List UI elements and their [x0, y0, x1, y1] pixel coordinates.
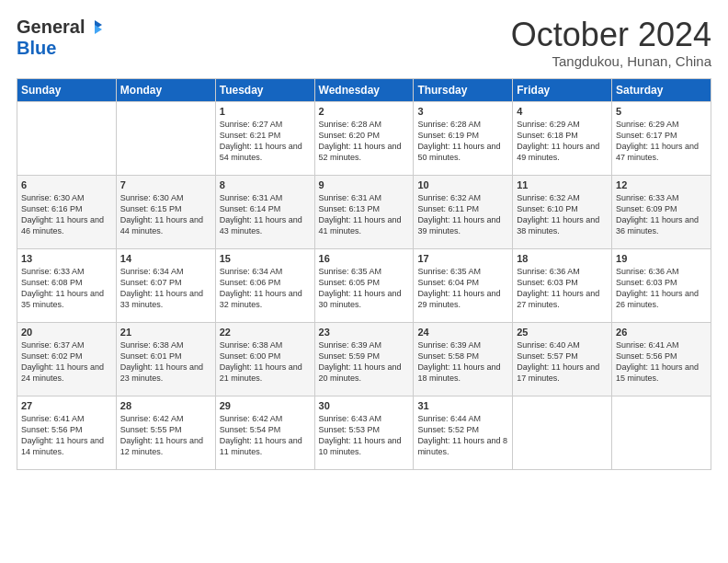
col-wednesday: Wednesday — [314, 78, 414, 101]
calendar-cell: 15Sunrise: 6:34 AMSunset: 6:06 PMDayligh… — [215, 248, 314, 322]
sunset-text: Sunset: 6:07 PM — [120, 277, 211, 288]
sunrise-text: Sunrise: 6:38 AM — [220, 339, 311, 350]
sunset-text: Sunset: 5:54 PM — [220, 424, 311, 435]
calendar-cell: 9Sunrise: 6:31 AMSunset: 6:13 PMDaylight… — [314, 175, 414, 248]
cell-content: Sunrise: 6:32 AMSunset: 6:10 PMDaylight:… — [517, 192, 608, 237]
daylight-text: Daylight: 11 hours and 12 minutes. — [120, 435, 211, 457]
sunrise-text: Sunrise: 6:44 AM — [417, 413, 508, 424]
sunrise-text: Sunrise: 6:35 AM — [319, 266, 410, 277]
daylight-text: Daylight: 11 hours and 46 minutes. — [21, 214, 112, 236]
daylight-text: Daylight: 11 hours and 24 minutes. — [21, 362, 112, 384]
sunset-text: Sunset: 6:03 PM — [517, 277, 608, 288]
sunrise-text: Sunrise: 6:29 AM — [616, 119, 707, 130]
sunset-text: Sunset: 6:06 PM — [220, 277, 311, 288]
daylight-text: Daylight: 11 hours and 38 minutes. — [517, 214, 608, 236]
calendar-cell — [17, 101, 117, 175]
sunrise-text: Sunrise: 6:27 AM — [220, 119, 311, 130]
daylight-text: Daylight: 11 hours and 43 minutes. — [220, 214, 311, 236]
sunset-text: Sunset: 6:04 PM — [417, 277, 508, 288]
calendar-cell: 17Sunrise: 6:35 AMSunset: 6:04 PMDayligh… — [414, 248, 513, 322]
sunset-text: Sunset: 6:08 PM — [21, 277, 112, 288]
day-number: 7 — [120, 179, 211, 190]
sunset-text: Sunset: 6:14 PM — [220, 203, 311, 214]
col-monday: Monday — [116, 78, 215, 101]
cell-content: Sunrise: 6:29 AMSunset: 6:18 PMDaylight:… — [517, 119, 608, 164]
col-friday: Friday — [513, 78, 612, 101]
calendar-cell: 19Sunrise: 6:36 AMSunset: 6:03 PMDayligh… — [612, 248, 711, 322]
cell-content: Sunrise: 6:35 AMSunset: 6:05 PMDaylight:… — [319, 266, 410, 311]
logo-blue-text: Blue — [17, 38, 56, 58]
sunset-text: Sunset: 6:11 PM — [417, 203, 508, 214]
day-number: 25 — [517, 327, 608, 338]
cell-content: Sunrise: 6:39 AMSunset: 5:58 PMDaylight:… — [417, 339, 508, 385]
col-thursday: Thursday — [414, 78, 513, 101]
cell-content: Sunrise: 6:33 AMSunset: 6:08 PMDaylight:… — [21, 266, 112, 311]
sunrise-text: Sunrise: 6:28 AM — [417, 119, 508, 130]
day-number: 31 — [417, 400, 508, 411]
calendar-week-1: 1Sunrise: 6:27 AMSunset: 6:21 PMDaylight… — [17, 101, 711, 175]
day-number: 17 — [417, 253, 508, 264]
day-number: 26 — [616, 327, 707, 338]
day-number: 27 — [21, 400, 112, 411]
day-number: 20 — [21, 327, 112, 338]
calendar-cell: 7Sunrise: 6:30 AMSunset: 6:15 PMDaylight… — [116, 175, 215, 248]
day-number: 9 — [319, 179, 410, 190]
sunset-text: Sunset: 6:15 PM — [120, 203, 211, 214]
sunrise-text: Sunrise: 6:29 AM — [517, 119, 608, 130]
cell-content: Sunrise: 6:36 AMSunset: 6:03 PMDaylight:… — [616, 266, 707, 311]
day-number: 15 — [220, 253, 311, 264]
cell-content: Sunrise: 6:44 AMSunset: 5:52 PMDaylight:… — [417, 413, 508, 458]
sunrise-text: Sunrise: 6:39 AM — [319, 339, 410, 350]
sunset-text: Sunset: 5:56 PM — [616, 350, 707, 362]
calendar-cell: 18Sunrise: 6:36 AMSunset: 6:03 PMDayligh… — [513, 248, 612, 322]
daylight-text: Daylight: 11 hours and 27 minutes. — [517, 288, 608, 310]
sunset-text: Sunset: 6:01 PM — [120, 350, 211, 362]
day-number: 28 — [120, 400, 211, 411]
day-number: 12 — [616, 179, 707, 190]
calendar-cell: 4Sunrise: 6:29 AMSunset: 6:18 PMDaylight… — [513, 101, 612, 175]
sunrise-text: Sunrise: 6:42 AM — [120, 413, 211, 424]
sunrise-text: Sunrise: 6:36 AM — [616, 266, 707, 277]
day-number: 18 — [517, 253, 608, 264]
day-number: 19 — [616, 253, 707, 264]
daylight-text: Daylight: 11 hours and 47 minutes. — [616, 141, 707, 163]
sunset-text: Sunset: 6:17 PM — [616, 130, 707, 141]
cell-content: Sunrise: 6:41 AMSunset: 5:56 PMDaylight:… — [21, 413, 112, 458]
day-number: 13 — [21, 253, 112, 264]
daylight-text: Daylight: 11 hours and 23 minutes. — [120, 362, 211, 384]
cell-content: Sunrise: 6:38 AMSunset: 6:01 PMDaylight:… — [120, 339, 211, 385]
sunrise-text: Sunrise: 6:35 AM — [417, 266, 508, 277]
calendar-cell: 22Sunrise: 6:38 AMSunset: 6:00 PMDayligh… — [215, 322, 314, 396]
sunset-text: Sunset: 5:55 PM — [120, 424, 211, 435]
daylight-text: Daylight: 11 hours and 17 minutes. — [517, 362, 608, 384]
sunrise-text: Sunrise: 6:32 AM — [417, 192, 508, 203]
daylight-text: Daylight: 11 hours and 50 minutes. — [417, 141, 508, 163]
cell-content: Sunrise: 6:29 AMSunset: 6:17 PMDaylight:… — [616, 119, 707, 164]
daylight-text: Daylight: 11 hours and 18 minutes. — [417, 362, 508, 384]
cell-content: Sunrise: 6:31 AMSunset: 6:13 PMDaylight:… — [319, 192, 410, 237]
calendar-cell — [116, 101, 215, 175]
calendar-cell: 10Sunrise: 6:32 AMSunset: 6:11 PMDayligh… — [414, 175, 513, 248]
calendar-cell: 29Sunrise: 6:42 AMSunset: 5:54 PMDayligh… — [215, 396, 314, 469]
daylight-text: Daylight: 11 hours and 15 minutes. — [616, 362, 707, 384]
sunset-text: Sunset: 5:52 PM — [417, 424, 508, 435]
day-number: 22 — [220, 327, 311, 338]
calendar-cell: 21Sunrise: 6:38 AMSunset: 6:01 PMDayligh… — [116, 322, 215, 396]
title-block: October 2024 Tangdukou, Hunan, China — [511, 17, 711, 69]
day-number: 10 — [417, 179, 508, 190]
cell-content: Sunrise: 6:36 AMSunset: 6:03 PMDaylight:… — [517, 266, 608, 311]
sunset-text: Sunset: 6:10 PM — [517, 203, 608, 214]
day-number: 24 — [417, 327, 508, 338]
sunrise-text: Sunrise: 6:43 AM — [319, 413, 410, 424]
daylight-text: Daylight: 11 hours and 49 minutes. — [517, 141, 608, 163]
cell-content: Sunrise: 6:30 AMSunset: 6:15 PMDaylight:… — [120, 192, 211, 237]
sunset-text: Sunset: 6:16 PM — [21, 203, 112, 214]
calendar-cell — [612, 396, 711, 469]
daylight-text: Daylight: 11 hours and 10 minutes. — [319, 435, 410, 457]
sunset-text: Sunset: 6:20 PM — [319, 130, 410, 141]
month-title: October 2024 — [511, 17, 711, 53]
sunset-text: Sunset: 6:05 PM — [319, 277, 410, 288]
cell-content: Sunrise: 6:28 AMSunset: 6:20 PMDaylight:… — [319, 119, 410, 164]
cell-content: Sunrise: 6:34 AMSunset: 6:06 PMDaylight:… — [220, 266, 311, 311]
calendar-cell: 8Sunrise: 6:31 AMSunset: 6:14 PMDaylight… — [215, 175, 314, 248]
